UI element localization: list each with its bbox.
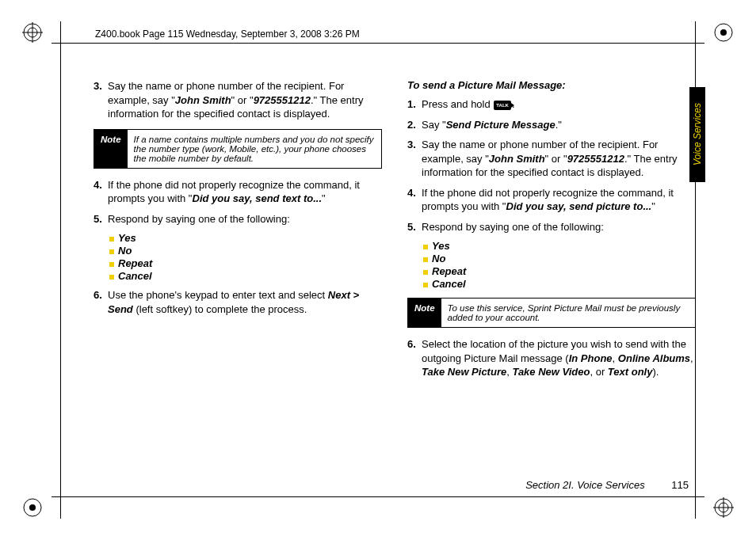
list-item: Repeat	[423, 265, 696, 277]
bullet-icon	[423, 245, 428, 249]
section-label: Section 2I. Voice Services	[525, 479, 645, 491]
bullet-icon	[423, 270, 428, 275]
bullet-icon	[109, 237, 114, 241]
left-column: 3. Say the name or phone number of the r…	[94, 79, 382, 386]
bullet-icon	[109, 275, 114, 280]
talk-key-icon: TALK	[494, 101, 511, 110]
page-header: Z400.book Page 115 Wednesday, September …	[95, 29, 360, 40]
bullet-icon	[423, 283, 428, 287]
step-4: 4. If the phone did not properly recogni…	[94, 178, 382, 206]
step-3: 3. Say the name or phone number of the r…	[94, 79, 382, 121]
option-list: Yes No Repeat Cancel	[109, 232, 382, 282]
svg-point-7	[29, 504, 36, 511]
right-column: To send a Picture Mail Message: 1. Press…	[407, 79, 696, 386]
step-3: 3. Say the name or phone number of the r…	[407, 138, 696, 180]
note-box: Note To use this service, Sprint Picture…	[407, 298, 696, 328]
step-5: 5. Respond by saying one of the followin…	[407, 220, 696, 234]
bullet-icon	[109, 262, 114, 267]
page-footer: Section 2I. Voice Services 115	[525, 479, 689, 491]
list-item: Yes	[423, 240, 696, 252]
option-list: Yes No Repeat Cancel	[423, 240, 696, 290]
svg-point-5	[720, 29, 727, 36]
step-6: 6. Select the location of the picture yo…	[407, 337, 696, 379]
list-item: Yes	[109, 232, 382, 244]
list-item: Cancel	[109, 270, 382, 282]
crop-mark-icon	[22, 497, 43, 518]
crop-mark-icon	[713, 22, 734, 43]
bullet-icon	[423, 257, 428, 262]
top-rule	[52, 43, 704, 44]
step-5: 5. Respond by saying one of the followin…	[94, 212, 382, 226]
list-item: Repeat	[109, 257, 382, 269]
list-item: No	[109, 245, 382, 257]
step-2: 2. Say "Send Picture Message."	[407, 118, 696, 132]
page-content: 3. Say the name or phone number of the r…	[94, 79, 696, 386]
step-1: 1. Press and hold TALK.	[407, 97, 696, 112]
bullet-icon	[109, 249, 114, 254]
left-rule	[60, 21, 61, 519]
list-item: Cancel	[423, 278, 696, 290]
page-number: 115	[671, 479, 689, 491]
crop-mark-icon	[22, 22, 43, 43]
note-box: Note If a name contains multiple numbers…	[94, 129, 382, 169]
list-item: No	[423, 253, 696, 264]
step-6: 6. Use the phone's keypad to enter text …	[94, 288, 382, 316]
crop-mark-icon	[713, 497, 734, 518]
subsection-heading: To send a Picture Mail Message:	[407, 79, 696, 91]
bottom-rule	[52, 496, 704, 497]
step-4: 4. If the phone did not properly recogni…	[407, 186, 696, 214]
